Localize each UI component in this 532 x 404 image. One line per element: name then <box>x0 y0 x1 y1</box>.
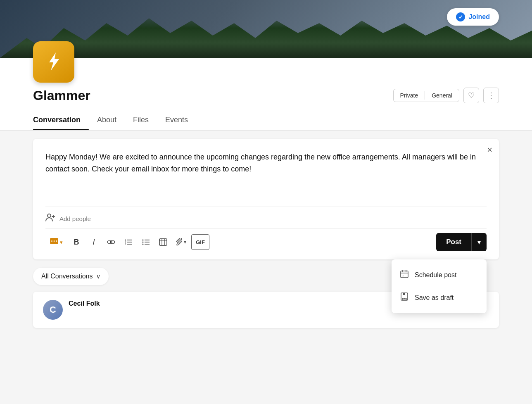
toolbar-left: ▾ B I <box>45 234 209 250</box>
page-wrapper: ✓ Joined Glammer Private General ♡ ⋮ <box>0 0 532 378</box>
schedule-icon: 1 <box>400 269 409 280</box>
composer-card: × Add people <box>33 139 499 259</box>
composer-toolbar: ▾ B I <box>45 228 487 251</box>
add-people-label: Add people <box>59 215 91 222</box>
joined-check-icon: ✓ <box>456 12 465 21</box>
post-button-group: Post ▾ <box>436 233 487 251</box>
conversations-filter-button[interactable]: All Conversations ∨ <box>33 268 109 285</box>
msg-type-icon <box>50 238 59 247</box>
svg-rect-24 <box>401 271 408 278</box>
italic-button[interactable]: I <box>86 234 102 250</box>
svg-point-7 <box>56 240 57 242</box>
msg-type-button[interactable]: ▾ <box>45 235 67 250</box>
group-logo <box>33 41 74 83</box>
svg-rect-31 <box>403 293 405 295</box>
post-dropdown-button[interactable]: ▾ <box>471 233 487 251</box>
attach-chevron: ▾ <box>184 239 186 245</box>
schedule-post-item[interactable]: 1 Schedule post <box>392 264 487 286</box>
svg-text:1: 1 <box>402 274 404 277</box>
main-content: × Add people <box>0 131 532 378</box>
tab-events[interactable]: Events <box>157 110 196 130</box>
svg-rect-20 <box>159 239 167 245</box>
add-people-icon <box>45 213 55 224</box>
svg-point-17 <box>142 240 144 241</box>
heart-button[interactable]: ♡ <box>463 88 479 103</box>
avatar: C <box>43 300 63 320</box>
svg-point-18 <box>142 242 144 243</box>
private-general-badge: Private General <box>393 89 459 102</box>
badge-general: General <box>425 89 459 102</box>
svg-text:3: 3 <box>125 243 126 245</box>
svg-point-6 <box>54 240 55 242</box>
tabs-row: Conversation About Files Events <box>33 110 499 130</box>
post-dropdown-menu: 1 Schedule post Save as draft <box>392 259 487 313</box>
link-button[interactable] <box>103 234 119 250</box>
close-button[interactable]: × <box>487 145 492 155</box>
ordered-list-button[interactable]: 1 2 3 <box>121 234 136 250</box>
svg-point-1 <box>48 214 51 217</box>
svg-marker-0 <box>49 52 59 71</box>
profile-header-row: Glammer Private General ♡ ⋮ <box>33 88 499 110</box>
joined-label: Joined <box>468 13 490 21</box>
tab-files[interactable]: Files <box>125 110 157 130</box>
add-people-row: Add people <box>45 207 487 228</box>
joined-button[interactable]: ✓ Joined <box>447 8 499 26</box>
post-text-input[interactable] <box>45 151 487 205</box>
save-draft-label: Save as draft <box>415 294 454 302</box>
conversations-filter-chevron: ∨ <box>96 273 100 280</box>
save-draft-item[interactable]: Save as draft <box>392 286 487 309</box>
post-author: Cecil Folk <box>69 300 100 307</box>
profile-actions: Private General ♡ ⋮ <box>393 88 499 103</box>
svg-point-5 <box>51 240 52 242</box>
tab-conversation[interactable]: Conversation <box>33 110 89 130</box>
bold-button[interactable]: B <box>69 234 84 250</box>
post-content: Cecil Folk <box>69 300 100 320</box>
gif-button[interactable]: GIF <box>191 234 209 250</box>
conversations-filter-label: All Conversations <box>41 273 93 280</box>
group-name: Glammer <box>33 88 90 103</box>
unordered-list-button[interactable] <box>138 234 154 250</box>
svg-point-19 <box>142 244 144 245</box>
more-button[interactable]: ⋮ <box>483 88 499 103</box>
schedule-label: Schedule post <box>415 271 456 279</box>
table-button[interactable] <box>155 234 171 250</box>
post-button[interactable]: Post <box>436 233 471 251</box>
msg-type-chevron: ▾ <box>60 239 63 245</box>
draft-icon <box>400 292 409 303</box>
cover-area: ✓ Joined <box>0 0 532 58</box>
lightning-icon <box>43 51 64 73</box>
tab-about[interactable]: About <box>89 110 125 130</box>
badge-private: Private <box>394 89 425 102</box>
attach-button[interactable]: ▾ <box>173 235 190 249</box>
